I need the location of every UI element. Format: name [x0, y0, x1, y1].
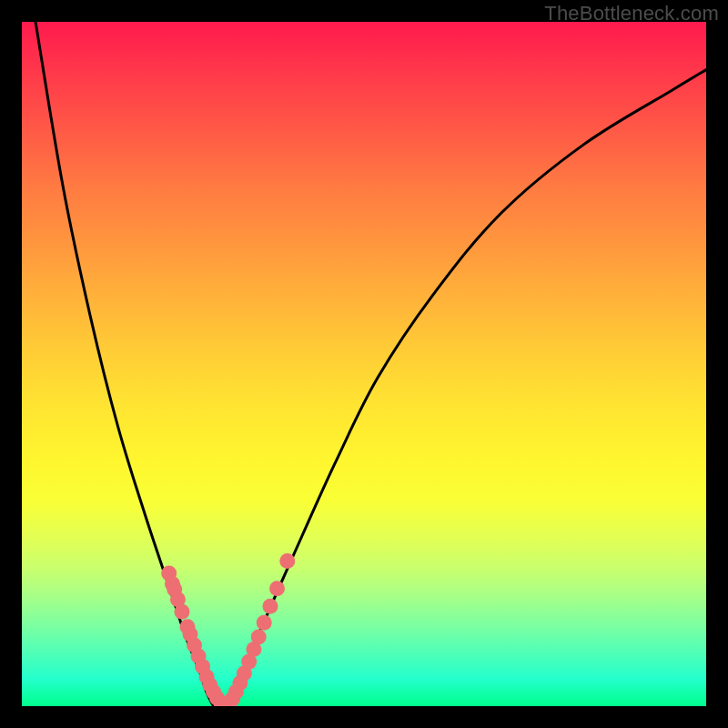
data-marker: [257, 615, 272, 631]
data-marker: [269, 581, 285, 596]
data-marker: [279, 553, 295, 569]
left-curve: [35, 22, 214, 706]
right-curve: [228, 70, 706, 706]
data-marker: [174, 604, 189, 620]
data-marker: [262, 599, 278, 614]
curve-layer: [35, 22, 706, 706]
figure-frame: TheBottleneck.com: [0, 0, 728, 728]
marker-layer: [161, 553, 295, 706]
data-marker: [251, 630, 267, 645]
plot-area: [22, 22, 706, 706]
chart-svg: [22, 22, 706, 706]
